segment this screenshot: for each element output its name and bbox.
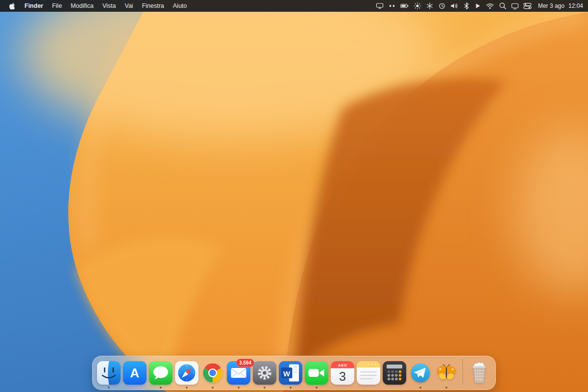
dock-item-system-settings[interactable] [253, 361, 276, 385]
running-indicator [108, 387, 110, 389]
menu-bar-clock[interactable]: Mer 3 ago 12:04 [536, 2, 583, 9]
running-indicator [290, 387, 292, 389]
menu-bar: Finder File Modifica Vista Vai Finestra … [0, 0, 588, 12]
running-indicator [160, 387, 162, 389]
dock-item-trash[interactable] [467, 361, 491, 385]
word-icon: W [279, 361, 302, 385]
brightness-icon[interactable] [414, 0, 421, 12]
notes-icon [357, 361, 380, 385]
asterisk-icon[interactable] [426, 0, 434, 12]
chrome-icon [201, 361, 224, 385]
dock-item-notes[interactable] [357, 361, 380, 385]
dock-item-mail[interactable]: 3.594 [227, 361, 250, 385]
wifi-icon[interactable] [486, 0, 494, 12]
clock-time: 12:04 [568, 2, 583, 9]
dock-item-chrome[interactable] [201, 361, 224, 385]
menu-app-name[interactable]: Finder [20, 0, 48, 12]
dock-item-facetime[interactable] [305, 361, 328, 385]
finder-icon [97, 361, 121, 385]
dock-item-calculator[interactable] [383, 361, 406, 385]
safari-icon [175, 361, 198, 385]
svg-text:A: A [130, 366, 140, 380]
svg-text:W: W [283, 369, 291, 378]
running-indicator [316, 387, 318, 389]
apple-menu[interactable] [6, 2, 20, 10]
dots-indicator-icon[interactable] [388, 0, 396, 12]
menu-modifica[interactable]: Modifica [66, 0, 98, 12]
running-indicator [264, 387, 266, 389]
dock-item-butterfly[interactable] [435, 361, 458, 385]
dock-item-telegram[interactable] [409, 361, 432, 385]
menu-vista[interactable]: Vista [98, 0, 121, 12]
svg-text:AGO: AGO [338, 363, 347, 368]
dock: A [92, 356, 496, 390]
apple-logo-icon [9, 2, 15, 10]
butterfly-icon [435, 361, 458, 385]
calculator-icon [383, 361, 406, 385]
dock-item-safari[interactable] [175, 361, 198, 385]
menu-finestra[interactable]: Finestra [138, 0, 169, 12]
control-center-icon[interactable] [523, 0, 532, 12]
dock-item-app-store[interactable]: A [123, 361, 147, 385]
battery-icon[interactable] [400, 0, 409, 12]
facetime-icon [305, 361, 328, 385]
running-indicator [212, 387, 214, 389]
clock-date: Mer 3 ago [538, 2, 564, 9]
menu-vai[interactable]: Vai [120, 0, 137, 12]
trash-icon [467, 361, 491, 385]
dock-item-calendar[interactable]: AGO 3 [331, 361, 354, 385]
messages-icon [149, 361, 172, 385]
spotlight-icon[interactable] [499, 0, 507, 12]
system-settings-icon [253, 361, 276, 385]
calendar-icon: AGO 3 [331, 361, 354, 385]
running-indicator [445, 387, 447, 389]
menu-aiuto[interactable]: Aiuto [169, 0, 192, 12]
dock-item-word[interactable]: W [279, 361, 302, 385]
svg-text:3: 3 [339, 369, 346, 384]
running-indicator [238, 387, 240, 389]
screen-mirroring-icon[interactable] [376, 0, 384, 12]
mail-unread-badge: 3.594 [236, 359, 254, 367]
desktop: Finder File Modifica Vista Vai Finestra … [0, 0, 588, 392]
running-indicator [419, 387, 421, 389]
dock-item-messages[interactable] [149, 361, 172, 385]
running-indicator [186, 387, 188, 389]
dock-item-finder[interactable] [97, 361, 121, 385]
display-icon[interactable] [511, 0, 519, 12]
time-machine-icon[interactable] [438, 0, 446, 12]
volume-icon[interactable] [450, 0, 459, 12]
play-icon[interactable] [474, 0, 481, 12]
desktop-wallpaper [0, 0, 588, 392]
app-store-icon: A [123, 361, 147, 385]
dock-separator [463, 359, 463, 385]
menu-file[interactable]: File [48, 0, 66, 12]
bluetooth-icon[interactable] [463, 0, 470, 12]
telegram-icon [409, 361, 432, 385]
